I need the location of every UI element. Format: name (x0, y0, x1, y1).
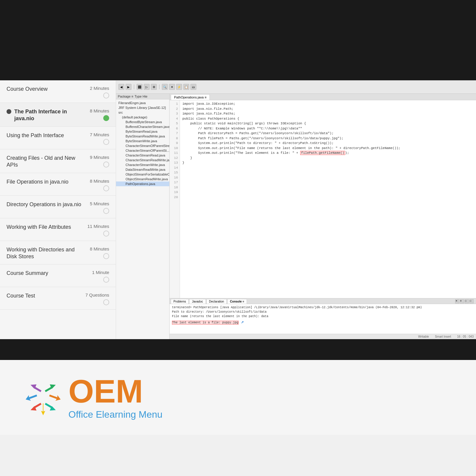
status-circle (103, 253, 109, 259)
file-tree-item[interactable]: DataStreamReadWrite.java (116, 167, 169, 172)
toolbar-btn-10[interactable]: 🗂 (190, 84, 196, 90)
typehie-tab[interactable]: Type Hie (134, 95, 147, 98)
sidebar-item-duration: 5 Minutes (90, 201, 109, 206)
main-container: Course Overview2 MinutesThe Path Interfa… (0, 0, 476, 476)
sidebar-item-2[interactable]: Using the Path Interface7 Minutes (0, 127, 116, 149)
sidebar-item-duration: 8 Minutes (90, 108, 109, 113)
toolbar-btn-9[interactable]: 📋 (183, 84, 189, 90)
code-line: import java.nio.file.Path; (182, 107, 474, 112)
file-tree-item[interactable]: src (116, 110, 169, 115)
code-line: } (182, 156, 474, 161)
active-dot (7, 109, 11, 114)
file-tree-item[interactable]: BufferedCharacterStream.java (116, 124, 169, 129)
ide-code-panel: PathOperations.java ≡ 123456789101112131… (170, 94, 476, 339)
console-output: terminated> PathOperations [Java Applica… (170, 304, 476, 327)
ide-toolbar: ◀ ▶ ⬛ ▷ ⚙ 🔍 ✦ ⚡ 📋 🗂 (116, 80, 476, 94)
logo-container: O E M Office Elearning Menu (24, 375, 162, 420)
file-tree-item[interactable]: CharacterStreamOfParentSt... (116, 148, 169, 153)
toolbar-btn-5[interactable]: ⚙ (151, 84, 157, 90)
ide-container: ◀ ▶ ⬛ ▷ ⚙ 🔍 ✦ ⚡ 📋 🗂 (116, 80, 476, 339)
svg-marker-0 (25, 393, 38, 402)
toolbar-btn-1[interactable]: ◀ (118, 84, 124, 90)
file-tree-item[interactable]: JRF System Library [JavaSE-12] (116, 105, 169, 110)
file-tree-item[interactable]: CharacterStreamRead.java (116, 153, 169, 158)
svg-marker-1 (48, 393, 62, 402)
ide-left-panel: Package ≡ Type Hie FilerandEngm.javaJRF … (116, 94, 170, 339)
ide-body: Package ≡ Type Hie FilerandEngm.javaJRF … (116, 94, 476, 339)
file-tree: FilerandEngm.javaJRF System Library [Jav… (116, 99, 169, 187)
toolbar-btn-8[interactable]: ⚡ (176, 84, 182, 90)
ide-console: Problems Javadoc Declaration Console ≡ ✕… (170, 298, 476, 334)
sidebar-item-0[interactable]: Course Overview2 Minutes (0, 80, 116, 103)
sidebar-item-label: Working with File Attributes (7, 224, 82, 231)
svg-marker-2 (31, 383, 42, 394)
sidebar-item-9[interactable]: Course Test7 Questions (0, 287, 116, 310)
sidebar-item-duration: 1 Minute (92, 270, 109, 275)
toolbar-btn-3[interactable]: ⬛ (137, 84, 143, 90)
console-btn-4[interactable]: □ (469, 299, 474, 303)
ide-left-header: Package ≡ Type Hie (116, 94, 169, 99)
status-circle (103, 231, 109, 237)
writable-status: Writable (418, 335, 429, 338)
two-panel: Course Overview2 MinutesThe Path Interfa… (0, 80, 476, 339)
code-line: System.out.println("Path to directory: "… (182, 141, 474, 146)
ide-status-bar: Writable Smart Insert 16 : 05 : 043 (170, 334, 476, 339)
sidebar-item-label: Course Test (7, 292, 82, 299)
sidebar-item-5[interactable]: Directory Operations in java.nio5 Minute… (0, 196, 116, 218)
file-tree-item[interactable]: (default package) (116, 115, 169, 120)
top-black-bar (0, 0, 476, 80)
problems-tab[interactable]: Problems (171, 299, 189, 304)
javadoc-tab[interactable]: Javadoc (189, 299, 206, 304)
sidebar-item-duration: 7 Minutes (90, 132, 109, 137)
console-tabs: Problems Javadoc Declaration Console ≡ ✕… (170, 298, 476, 304)
file-tree-item[interactable]: CharacterStreamOfParentStre... (116, 143, 169, 148)
code-line: import java.io.IOException; (182, 101, 474, 107)
toolbar-btn-2[interactable]: ▶ (126, 84, 131, 90)
toolbar-btn-4[interactable]: ▷ (144, 84, 150, 90)
logo-subtitle: Office Elearning Menu (68, 409, 162, 420)
svg-marker-6 (41, 403, 45, 415)
sidebar-item-6[interactable]: Working with File Attributes11 Minutes (0, 218, 116, 241)
code-line: import java.nio.file.Paths; (182, 111, 474, 116)
lower-section: O E M Office Elearning Menu (0, 360, 476, 435)
code-tab-pathoperations[interactable]: PathOperations.java ≡ (171, 94, 210, 100)
sidebar-item-7[interactable]: Working with Directories and Disk Stores… (0, 241, 116, 265)
file-tree-item[interactable]: PathOperations.java (116, 181, 169, 186)
sidebar-item-3[interactable]: Creating Files - Old and New APIs9 Minut… (0, 149, 116, 173)
console-btn-3[interactable]: □ (465, 299, 469, 303)
file-tree-item[interactable]: CharacterStreamReadWrite.java (116, 158, 169, 162)
sidebar-item-8[interactable]: Course Summary1 Minute (0, 264, 116, 287)
console-line: terminated> PathOperations [Java Applica… (172, 305, 474, 310)
file-tree-item[interactable]: ByteStreamRead.java (116, 129, 169, 134)
console-btn-2[interactable]: ≡ (460, 299, 464, 303)
toolbar-sep-2 (159, 84, 159, 89)
toolbar-btn-7[interactable]: ✦ (169, 84, 175, 90)
sidebar-item-duration: 8 Minutes (90, 246, 109, 251)
file-tree-item[interactable]: CharacterStreamWrite.java (116, 162, 169, 167)
file-tree-item[interactable]: ObjectStreamForSerializableO... (116, 172, 169, 177)
console-buttons: ✕ ≡ □ □ (455, 299, 475, 303)
code-line: public static void main(String[] args) t… (182, 121, 474, 126)
sidebar-item-1[interactable]: The Path Interface in java.nio8 Minutes (0, 103, 116, 127)
insert-mode-status: Smart Insert (435, 335, 451, 338)
toolbar-btn-6[interactable]: 🔍 (162, 84, 168, 90)
package-tab[interactable]: Package ≡ (118, 95, 133, 98)
console-tab-active[interactable]: Console ≡ (227, 299, 247, 304)
file-tree-item[interactable]: BufferedByteStream.java (116, 120, 169, 124)
console-btn-1[interactable]: ✕ (455, 299, 459, 303)
file-tree-item[interactable]: ObjectStreamReadWrite.java (116, 177, 169, 181)
declaration-tab[interactable]: Declaration (206, 299, 227, 304)
file-tree-item[interactable]: ByteStreamWrite.java (116, 139, 169, 143)
position-status: 16 : 05 : 043 (457, 335, 474, 338)
sidebar-item-4[interactable]: File Operations in java.nio8 Minutes (0, 173, 116, 196)
file-tree-item[interactable]: FilerandEngm.java (116, 101, 169, 105)
sidebar-item-label: Course Overview (7, 86, 82, 93)
sidebar-item-duration: 2 Minutes (90, 86, 109, 91)
svg-marker-5 (45, 401, 56, 412)
file-tree-item[interactable]: ByteStreamReadWrite.java (116, 134, 169, 139)
svg-marker-3 (45, 383, 56, 394)
sidebar-item-label: Course Summary (7, 270, 82, 277)
logo-letter-e: E (94, 375, 116, 408)
code-area[interactable]: 1234567891011121314151617181920 import j… (170, 100, 476, 298)
sidebar-item-duration: 7 Questions (85, 292, 109, 298)
